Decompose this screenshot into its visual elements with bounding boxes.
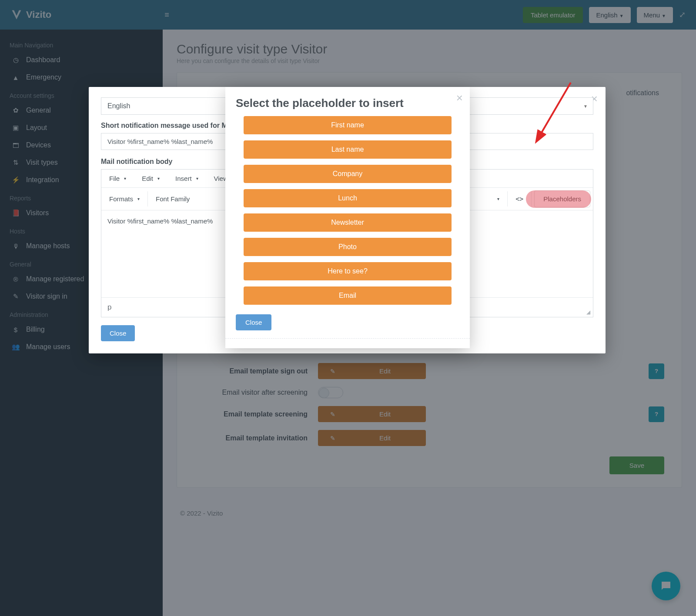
placeholder-option-photo[interactable]: Photo (244, 238, 452, 256)
caret-down-icon: ▾ (196, 176, 198, 181)
placeholder-close-button[interactable]: Close (236, 314, 271, 330)
toolbar-dropdown[interactable]: ▾ (487, 188, 507, 210)
editor-close-button[interactable]: Close (101, 325, 135, 341)
menu-file[interactable]: File▾ (101, 170, 134, 187)
toolbar-formats[interactable]: Formats▾ (101, 188, 147, 210)
placeholder-modal-title: Select the placeholder to insert (236, 97, 459, 110)
placeholder-option-first-name[interactable]: First name (244, 116, 452, 134)
placeholder-option-email[interactable]: Email (244, 286, 452, 305)
caret-down-icon: ▾ (124, 176, 126, 181)
menu-edit[interactable]: Edit▾ (134, 170, 167, 187)
toolbar-fontfamily[interactable]: Font Family (148, 188, 204, 210)
chevron-down-icon: ▼ (583, 104, 588, 109)
resize-handle-icon[interactable]: ◢ (586, 309, 590, 315)
svg-line-0 (540, 83, 571, 135)
caret-down-icon: ▾ (137, 196, 140, 201)
annotation-arrow (536, 83, 579, 145)
placeholder-modal: × Select the placeholder to insert First… (225, 87, 470, 348)
placeholder-option-newsletter[interactable]: Newsletter (244, 213, 452, 232)
menu-insert[interactable]: Insert▾ (167, 170, 206, 187)
annotation-highlight (526, 190, 591, 208)
placeholder-option-lunch[interactable]: Lunch (244, 189, 452, 207)
placeholder-option-company[interactable]: Company (244, 165, 452, 183)
placeholder-option-here-to-see-[interactable]: Here to see? (244, 262, 452, 280)
placeholder-option-last-name[interactable]: Last name (244, 140, 452, 159)
close-icon[interactable]: × (456, 91, 463, 105)
caret-down-icon: ▾ (157, 176, 160, 181)
caret-down-icon: ▾ (497, 196, 499, 201)
